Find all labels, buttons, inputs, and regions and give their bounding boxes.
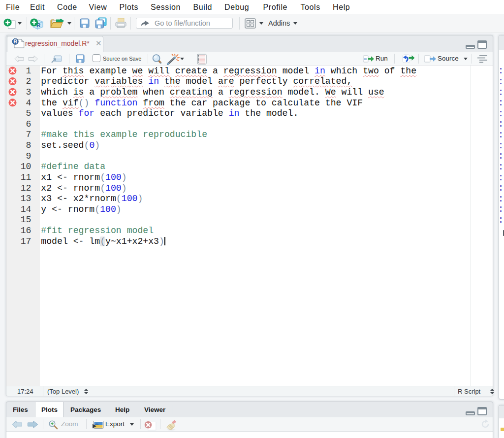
svg-text:R: R: [13, 38, 17, 44]
